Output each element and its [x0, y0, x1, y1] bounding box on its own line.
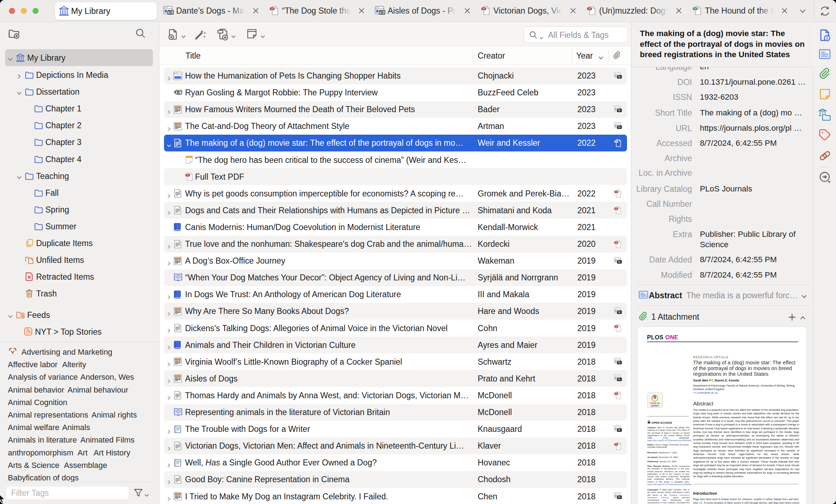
svg-text:updates: updates: [651, 404, 659, 407]
svg-text:Check for: Check for: [650, 402, 660, 404]
